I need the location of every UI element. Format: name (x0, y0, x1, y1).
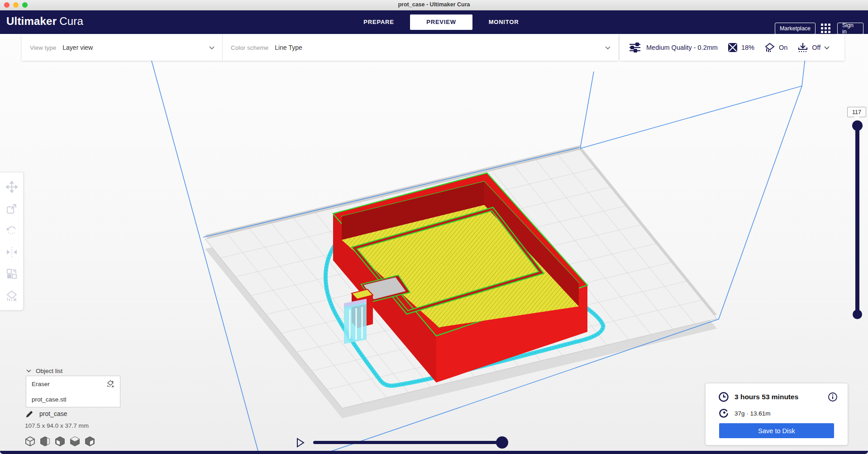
rename-pencil-icon (26, 410, 34, 417)
tab-preview[interactable]: PREVIEW (410, 14, 472, 30)
selected-object-name: prot_case (39, 410, 67, 417)
chevron-down-icon (824, 46, 830, 50)
view-settings-bar: View type Layer view Color scheme Line T… (22, 34, 618, 61)
view-type-dropdown[interactable]: View type Layer view (22, 34, 223, 61)
titlebar: prot_case - Ultimaker Cura (0, 0, 868, 10)
object-list-header[interactable]: Object list (26, 368, 62, 374)
camera-view-buttons (25, 436, 95, 447)
app-logo: UltimakerCura (6, 15, 83, 28)
adhesion-icon (797, 42, 808, 53)
selected-object-row[interactable]: prot_case (26, 410, 67, 417)
app-switcher-icon[interactable] (821, 24, 831, 33)
logo-ultimaker: Ultimaker (6, 15, 57, 27)
simulation-timeline-handle[interactable] (496, 436, 508, 449)
tab-monitor[interactable]: MONITOR (472, 14, 535, 30)
play-simulation-button[interactable] (295, 437, 306, 450)
print-settings-panel[interactable]: Medium Quality - 0.2mm 18% On (620, 34, 844, 61)
rotate-tool-icon[interactable] (6, 225, 18, 236)
chevron-down-icon (209, 46, 215, 50)
adhesion-setting: Off (797, 42, 820, 53)
color-scheme-dropdown[interactable]: Color scheme Line Type (223, 34, 618, 61)
infill-setting: 18% (728, 43, 754, 53)
object-list-title: Object list (36, 368, 62, 374)
clock-icon (718, 392, 729, 402)
tool-sidebar (0, 172, 24, 311)
layer-slider-track[interactable] (855, 125, 859, 315)
sign-in-button[interactable]: Sign in (837, 23, 863, 34)
infill-icon (728, 43, 738, 53)
view-3d-icon[interactable] (25, 436, 35, 447)
view-top-icon[interactable] (55, 436, 65, 447)
chevron-down-icon (605, 46, 611, 50)
print-time-row: 3 hours 53 minutes (718, 392, 798, 402)
marketplace-button[interactable]: Marketplace (775, 23, 816, 34)
simulation-timeline-track[interactable] (313, 441, 505, 444)
support-blocker-icon[interactable] (6, 290, 18, 301)
view-type-value: Layer view (62, 44, 93, 51)
quality-profile: Medium Quality - 0.2mm (646, 44, 718, 51)
object-dimensions: 107.5 x 94.0 x 37.7 mm (25, 422, 89, 429)
tab-prepare[interactable]: PREPARE (348, 14, 410, 30)
cura-window: prot_case - Ultimaker Cura UltimakerCura… (0, 0, 868, 454)
layer-slider-upper-handle[interactable] (852, 120, 863, 131)
material-usage: 37g · 13.61m (734, 410, 771, 417)
per-model-settings-icon[interactable] (6, 268, 18, 280)
color-scheme-value: Line Type (275, 44, 302, 51)
save-to-disk-button[interactable]: Save to Disk (719, 423, 834, 438)
layer-number-tooltip: 117 (847, 107, 866, 117)
move-tool-icon[interactable] (6, 181, 18, 193)
layer-slider-lower-handle[interactable] (853, 310, 862, 319)
support-tower (344, 299, 367, 344)
support-icon (764, 42, 775, 53)
scale-tool-icon[interactable] (6, 203, 18, 215)
view-right-icon[interactable] (85, 436, 95, 447)
support-blocker-badge-icon (106, 380, 114, 388)
window-bottom-edge (0, 451, 868, 454)
view-type-label: View type (30, 44, 56, 51)
material-spool-icon (718, 408, 729, 419)
material-usage-row: 37g · 13.61m (718, 408, 771, 419)
print-summary-panel: 3 hours 53 minutes 37g · 13.61m Save to … (705, 383, 848, 445)
support-setting: On (764, 42, 787, 53)
info-icon[interactable] (828, 392, 838, 404)
print-time: 3 hours 53 minutes (734, 393, 798, 401)
view-front-icon[interactable] (40, 436, 50, 447)
main-header: UltimakerCura PREPARE PREVIEW MONITOR Ma… (0, 10, 868, 34)
color-scheme-label: Color scheme (231, 44, 268, 51)
stage-tabs: PREPARE PREVIEW MONITOR (348, 10, 535, 34)
mirror-tool-icon[interactable] (6, 246, 18, 258)
list-item-eraser[interactable]: Eraser (26, 376, 120, 392)
logo-cura: Cura (59, 15, 83, 27)
view-left-icon[interactable] (70, 436, 80, 447)
object-list-panel: Eraser prot_case.stl (26, 376, 120, 407)
window-title: prot_case - Ultimaker Cura (0, 1, 868, 8)
chevron-down-icon (26, 369, 32, 373)
list-item-prot-case[interactable]: prot_case.stl (26, 392, 120, 407)
sliders-icon (629, 43, 641, 53)
